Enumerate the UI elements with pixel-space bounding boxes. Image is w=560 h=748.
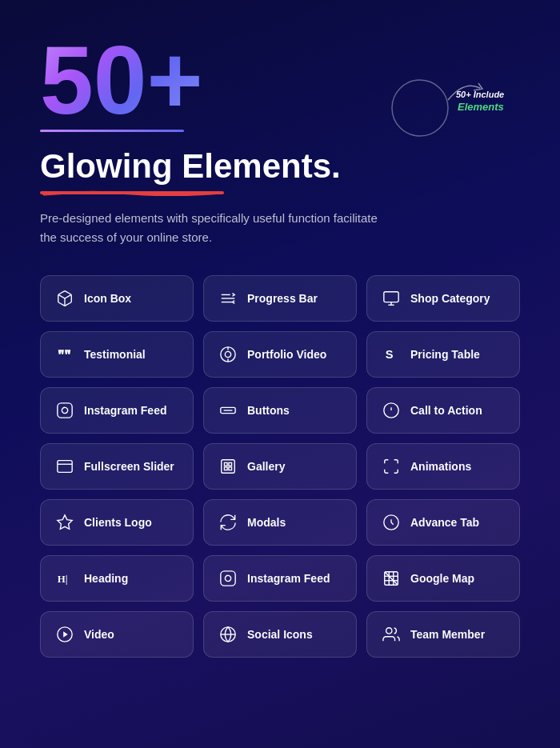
- element-social-icons[interactable]: Social Icons: [203, 611, 357, 658]
- portfolio-video-label: Portfolio Video: [247, 348, 326, 361]
- video-label: Video: [84, 628, 114, 641]
- animations-icon: [380, 455, 402, 478]
- clients-logo-label: Clients Logo: [84, 516, 152, 529]
- svg-text:H|: H|: [58, 574, 68, 585]
- element-fullscreen-slider[interactable]: Fullscreen Slider: [40, 443, 194, 490]
- testimonial-label: Testimonial: [84, 348, 146, 361]
- call-to-action-icon: [380, 399, 402, 422]
- element-portfolio-video[interactable]: Portfolio Video: [203, 331, 357, 378]
- svg-text:50+ Included: 50+ Included: [456, 90, 504, 99]
- svg-marker-30: [58, 515, 72, 529]
- svg-rect-29: [229, 467, 232, 470]
- call-to-action-label: Call to Action: [410, 404, 482, 417]
- social-icons-label: Social Icons: [247, 628, 313, 641]
- svg-point-0: [392, 80, 448, 136]
- svg-rect-27: [229, 463, 232, 466]
- hero-row: 50+ 50+ Included Elements: [40, 32, 520, 148]
- fullscreen-slider-icon: [54, 455, 76, 478]
- instagram-feed-2-icon: [217, 567, 239, 590]
- clients-logo-icon: [54, 511, 76, 534]
- element-pricing-table[interactable]: S Pricing Table: [366, 331, 520, 378]
- svg-line-40: [385, 572, 398, 586]
- element-video[interactable]: Video: [40, 611, 194, 658]
- portfolio-video-icon: [217, 343, 239, 366]
- progress-bar-icon: [217, 287, 239, 310]
- shop-category-label: Shop Category: [410, 292, 490, 305]
- buttons-label: Buttons: [247, 404, 290, 417]
- instagram-feed-label: Instagram Feed: [84, 404, 166, 417]
- team-member-label: Team Member: [410, 628, 485, 641]
- google-map-label: Google Map: [410, 572, 474, 585]
- element-progress-bar[interactable]: Progress Bar: [203, 275, 357, 322]
- badge-area: 50+ Included Elements: [376, 64, 504, 147]
- element-testimonial[interactable]: "" Testimonial: [40, 331, 194, 378]
- svg-rect-25: [222, 460, 235, 474]
- hero-number: 50+: [40, 32, 203, 128]
- element-animations[interactable]: Animations: [366, 443, 520, 490]
- svg-text:": ": [64, 347, 71, 362]
- svg-rect-24: [58, 461, 72, 473]
- elements-grid: Icon Box Progress Bar Shop Category "" T…: [40, 275, 520, 658]
- svg-text:S: S: [386, 348, 394, 361]
- gallery-icon: [217, 455, 239, 478]
- element-call-to-action[interactable]: Call to Action: [366, 387, 520, 434]
- instagram-feed-2-label: Instagram Feed: [247, 572, 330, 585]
- heading-label: Heading: [84, 572, 128, 585]
- shop-category-icon: [380, 287, 402, 310]
- modals-label: Modals: [247, 516, 286, 529]
- heading-icon: H|: [54, 567, 76, 590]
- advance-tab-icon: [380, 511, 402, 534]
- element-clients-logo[interactable]: Clients Logo: [40, 499, 194, 546]
- icon-box-icon: [54, 287, 76, 310]
- element-instagram-feed-2[interactable]: Instagram Feed: [203, 555, 357, 602]
- element-shop-category[interactable]: Shop Category: [366, 275, 520, 322]
- svg-rect-28: [224, 467, 227, 470]
- element-gallery[interactable]: Gallery: [203, 443, 357, 490]
- badge-arrow-svg: 50+ Included Elements: [376, 64, 504, 144]
- element-advance-tab[interactable]: Advance Tab: [366, 499, 520, 546]
- pricing-table-icon: S: [380, 343, 402, 366]
- element-instagram-feed[interactable]: Instagram Feed: [40, 387, 194, 434]
- main-heading: Glowing Elements.: [40, 148, 520, 185]
- element-buttons[interactable]: Buttons: [203, 387, 357, 434]
- icon-box-label: Icon Box: [84, 292, 131, 305]
- buttons-icon: [217, 399, 239, 422]
- animations-label: Animations: [410, 460, 471, 473]
- svg-rect-26: [224, 463, 227, 466]
- main-container: 50+ 50+ Included Elements Glowing Elemen…: [0, 0, 560, 698]
- element-icon-box[interactable]: Icon Box: [40, 275, 194, 322]
- pricing-table-label: Pricing Table: [410, 348, 480, 361]
- element-team-member[interactable]: Team Member: [366, 611, 520, 658]
- element-heading[interactable]: H| Heading: [40, 555, 194, 602]
- svg-rect-7: [384, 292, 398, 302]
- social-icons-icon: [217, 623, 239, 646]
- advance-tab-label: Advance Tab: [410, 516, 479, 529]
- element-modals[interactable]: Modals: [203, 499, 357, 546]
- progress-bar-label: Progress Bar: [247, 292, 318, 305]
- subtitle-text: Pre-designed elements with specifically …: [40, 209, 392, 247]
- google-map-icon: [380, 567, 402, 590]
- svg-marker-42: [63, 632, 68, 638]
- heading-underline-svg: [40, 190, 224, 196]
- svg-rect-17: [58, 403, 72, 418]
- svg-point-45: [386, 628, 392, 634]
- testimonial-icon: "": [54, 343, 76, 366]
- modals-icon: [217, 511, 239, 534]
- svg-text:Elements: Elements: [458, 101, 504, 113]
- svg-rect-33: [221, 571, 235, 586]
- gallery-label: Gallery: [247, 460, 285, 473]
- fullscreen-slider-label: Fullscreen Slider: [84, 460, 174, 473]
- video-icon: [54, 623, 76, 646]
- element-google-map[interactable]: Google Map: [366, 555, 520, 602]
- instagram-feed-icon: [54, 399, 76, 422]
- svg-point-13: [225, 352, 230, 358]
- team-member-icon: [380, 623, 402, 646]
